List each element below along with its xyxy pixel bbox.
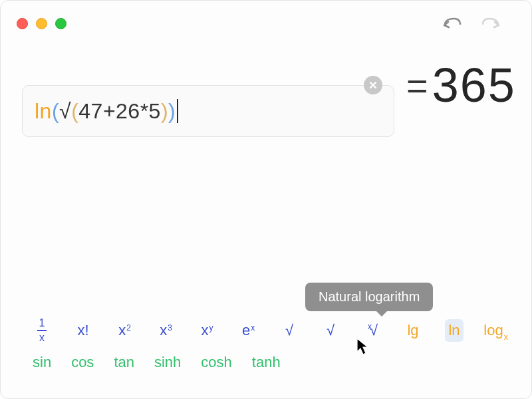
function-row-1: 1 x x! x2 x3 xy ex √ √ x√ lg xyxy=(33,315,499,346)
fn-lg[interactable]: lg xyxy=(404,322,422,339)
clear-input-button[interactable] xyxy=(364,76,382,94)
calculation-row: ln(√(47+26*5)) = 365 xyxy=(1,34,531,112)
titlebar xyxy=(1,1,531,34)
fn-exp[interactable]: ex xyxy=(239,322,257,339)
redo-button[interactable] xyxy=(481,16,501,31)
fn-square[interactable]: x2 xyxy=(115,322,134,339)
token-close-paren-outer: ) xyxy=(168,99,176,124)
zoom-window-button[interactable] xyxy=(55,18,66,29)
token-sqrt: √ xyxy=(59,99,71,124)
tooltip-natural-log: Natural logarithm xyxy=(305,283,433,311)
function-row-2: sin cos tan sinh cosh tanh xyxy=(33,346,499,378)
token-open-paren-inner: ( xyxy=(71,99,78,124)
fn-sin[interactable]: sin xyxy=(33,354,51,371)
fn-tan[interactable]: tan xyxy=(114,354,134,371)
result-value: 365 xyxy=(432,58,516,112)
token-ln: ln xyxy=(35,99,52,124)
fn-log-base[interactable]: logx xyxy=(486,322,505,339)
function-pad: Natural logarithm 1 x x! x2 x3 xy ex xyxy=(1,315,531,398)
fn-reciprocal[interactable]: 1 x xyxy=(33,318,51,343)
minimize-window-button[interactable] xyxy=(36,18,47,29)
fn-sinh[interactable]: sinh xyxy=(154,354,181,371)
token-open-paren-outer: ( xyxy=(52,99,59,124)
undo-button[interactable] xyxy=(442,16,462,31)
equals-sign: = xyxy=(406,64,428,107)
close-window-button[interactable] xyxy=(17,18,28,29)
fn-cosh[interactable]: cosh xyxy=(201,354,231,371)
recip-num: 1 xyxy=(39,318,45,329)
fn-ln[interactable]: ln xyxy=(445,319,464,342)
traffic-lights xyxy=(17,18,66,29)
fn-power[interactable]: xy xyxy=(198,322,216,339)
fn-cube[interactable]: x3 xyxy=(156,322,175,339)
calculator-window: ln(√(47+26*5)) = 365 Natural logarithm 1… xyxy=(0,0,532,399)
fn-tanh[interactable]: tanh xyxy=(252,354,281,371)
token-inner-expr: 47+26*5 xyxy=(78,99,161,124)
token-close-paren-inner: ) xyxy=(161,99,168,124)
fn-sqrt[interactable]: √ xyxy=(280,322,299,339)
fn-cos[interactable]: cos xyxy=(71,354,94,371)
fraction-bar-icon xyxy=(37,330,47,331)
history-controls xyxy=(442,16,515,31)
expression-display[interactable]: ln(√(47+26*5)) xyxy=(22,85,394,137)
fn-factorial[interactable]: x! xyxy=(74,322,92,339)
text-cursor xyxy=(177,99,178,123)
tooltip-text: Natural logarithm xyxy=(319,289,420,304)
recip-den: x xyxy=(39,332,45,343)
fn-sqrt-alt[interactable]: √ xyxy=(321,322,340,339)
fn-nth-root[interactable]: x√ xyxy=(362,322,381,339)
